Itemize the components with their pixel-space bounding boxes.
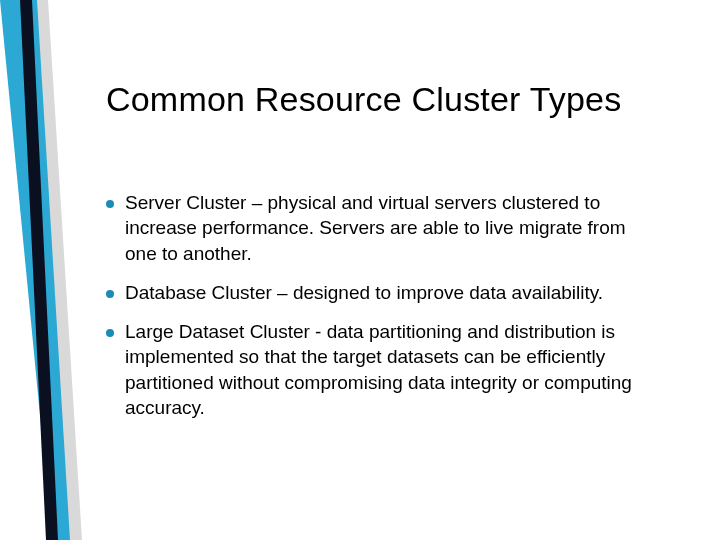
- list-item: Database Cluster – designed to improve d…: [106, 280, 646, 305]
- svg-marker-1: [20, 0, 58, 540]
- svg-marker-0: [0, 0, 75, 540]
- bullet-icon: [106, 290, 114, 298]
- list-item-text: Server Cluster – physical and virtual se…: [125, 190, 646, 266]
- list-item-text: Large Dataset Cluster - data partitionin…: [125, 319, 646, 420]
- slide-title: Common Resource Cluster Types: [106, 80, 621, 119]
- list-item: Large Dataset Cluster - data partitionin…: [106, 319, 646, 420]
- corner-decoration: [0, 0, 90, 540]
- bullet-icon: [106, 329, 114, 337]
- svg-marker-2: [37, 0, 82, 540]
- bullet-list: Server Cluster – physical and virtual se…: [106, 190, 646, 434]
- list-item-text: Database Cluster – designed to improve d…: [125, 280, 603, 305]
- bullet-icon: [106, 200, 114, 208]
- list-item: Server Cluster – physical and virtual se…: [106, 190, 646, 266]
